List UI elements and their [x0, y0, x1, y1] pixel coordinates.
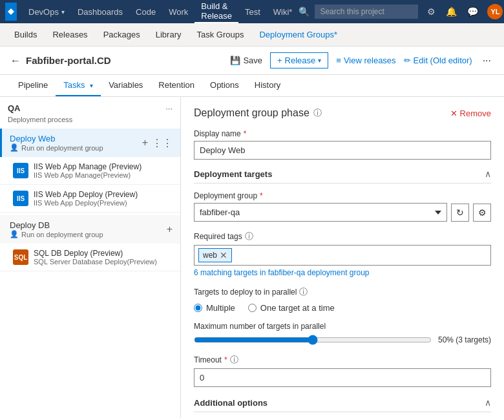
- timeout-label: Timeout * ⓘ: [194, 354, 491, 366]
- required-marker: *: [244, 129, 247, 138]
- section-title: Deployment targets: [194, 169, 272, 179]
- task-groups-subnav[interactable]: Task Groups: [190, 23, 250, 47]
- slider-wrapper: 50% (3 targets): [194, 335, 491, 345]
- multiple-radio[interactable]: [194, 304, 202, 312]
- user-avatar[interactable]: YL: [487, 4, 503, 19]
- deploy-db-group: Deploy DB 👤 Run on deployment group + SQ…: [0, 215, 180, 271]
- dashboards-nav-item[interactable]: Dashboards: [71, 0, 129, 23]
- deploy-db-subtitle: 👤 Run on deployment group: [10, 230, 103, 238]
- task-name: SQL DB Deploy (Preview): [34, 249, 157, 258]
- display-name-field: Display name *: [194, 129, 491, 160]
- timeout-input[interactable]: [194, 368, 491, 387]
- remove-tag-button[interactable]: ✕: [220, 250, 227, 260]
- nav-search-area: 🔍 ⚙ 🔔 💬 YL: [299, 4, 503, 19]
- pipeline-title: ← Fabfiber-portal.CD: [10, 55, 111, 67]
- release-button[interactable]: + Release ▾: [270, 52, 328, 68]
- required-marker: *: [224, 355, 227, 364]
- tags-input[interactable]: web ✕: [194, 245, 491, 266]
- parallel-radio-group: Multiple One target at a time: [194, 303, 491, 313]
- task-icon-iis-manage: IIS: [13, 163, 28, 178]
- view-releases-button[interactable]: ≡ View releases: [336, 56, 395, 65]
- deploy-web-header[interactable]: Deploy Web 👤 Run on deployment group + ⋮…: [0, 129, 180, 157]
- add-task-button[interactable]: +: [142, 137, 148, 149]
- settings-button[interactable]: ⚙: [473, 204, 491, 222]
- deployment-group-select[interactable]: fabfiber-qa: [194, 203, 447, 222]
- collapse-icon[interactable]: ∧: [485, 169, 491, 179]
- header-bar: ← Fabfiber-portal.CD 💾 Save + Release ▾ …: [0, 47, 504, 75]
- deployment-group-wrapper: fabfiber-qa ↻ ⚙: [194, 203, 491, 222]
- multiple-radio-option[interactable]: Multiple: [194, 303, 235, 313]
- settings-icon[interactable]: ⚙: [423, 4, 439, 19]
- test-nav-item[interactable]: Test: [238, 0, 267, 23]
- person-icon: 👤: [10, 143, 19, 152]
- additional-options-header: Additional options ∧: [194, 397, 491, 412]
- parallel-slider[interactable]: [194, 335, 432, 345]
- timeout-info-icon[interactable]: ⓘ: [230, 354, 238, 366]
- tag-web: web ✕: [198, 248, 232, 262]
- deploy-web-group: Deploy Web 👤 Run on deployment group + ⋮…: [0, 129, 180, 213]
- code-nav-item[interactable]: Code: [129, 0, 162, 23]
- save-button[interactable]: 💾 Save: [230, 56, 262, 65]
- deploy-db-title: Deploy DB: [10, 220, 103, 230]
- additional-options-section: Additional options ∧ Skip download of ar…: [194, 397, 491, 418]
- additional-options-title: Additional options: [194, 398, 268, 408]
- tab-variables[interactable]: Variables: [101, 75, 151, 96]
- search-input[interactable]: [315, 5, 418, 19]
- deploy-web-actions: + ⋮⋮: [142, 137, 173, 149]
- page-title: Fabfiber-portal.CD: [26, 55, 111, 66]
- deployment-targets-section: Deployment targets ∧ Deployment group * …: [194, 169, 491, 387]
- tab-history[interactable]: History: [247, 75, 288, 96]
- top-navigation: DevOps ▾ Dashboards Code Work Build & Re…: [0, 0, 504, 23]
- display-name-input[interactable]: [194, 141, 491, 160]
- list-item[interactable]: SQL SQL DB Deploy (Preview) SQL Server D…: [0, 244, 180, 271]
- add-db-task-button[interactable]: +: [167, 224, 173, 235]
- more-options-button[interactable]: ···: [480, 55, 494, 67]
- task-icon-sql: SQL: [13, 249, 28, 265]
- matching-targets-text: 6 matching targets in fabfiber-qa deploy…: [194, 268, 491, 277]
- list-item[interactable]: IIS IIS Web App Manage (Preview) IIS Web…: [0, 157, 180, 185]
- edit-icon: ✏: [404, 56, 411, 65]
- list-item[interactable]: IIS IIS Web App Deploy (Preview) IIS Web…: [0, 185, 180, 213]
- tab-retention[interactable]: Retention: [151, 75, 202, 96]
- deployment-group-label: Deployment group *: [194, 191, 491, 200]
- task-desc: SQL Server Database Deploy(Preview): [34, 258, 157, 266]
- releases-subnav[interactable]: Releases: [46, 23, 94, 47]
- deployment-group-field: Deployment group * fabfiber-qa ↻ ⚙: [194, 191, 491, 222]
- library-subnav[interactable]: Library: [149, 23, 188, 47]
- tab-tasks[interactable]: Tasks ▾: [56, 75, 101, 96]
- stage-options-button[interactable]: ···: [165, 103, 173, 113]
- deployment-groups-subnav[interactable]: Deployment Groups*: [253, 23, 344, 47]
- deploy-db-actions: +: [167, 224, 173, 235]
- task-name: IIS Web App Deploy (Preview): [34, 190, 138, 199]
- deployment-group-link[interactable]: fabfiber-qa deployment group: [268, 268, 370, 277]
- drag-handle[interactable]: ⋮⋮: [152, 137, 173, 149]
- remove-button[interactable]: ✕ Remove: [450, 109, 491, 118]
- one-target-radio-option[interactable]: One target at a time: [248, 303, 335, 313]
- build-release-nav-item[interactable]: Build & Release: [194, 0, 238, 23]
- devops-nav-item[interactable]: DevOps ▾: [22, 0, 71, 23]
- packages-subnav[interactable]: Packages: [97, 23, 147, 47]
- additional-collapse-icon[interactable]: ∧: [485, 397, 491, 408]
- tags-info-icon[interactable]: ⓘ: [245, 231, 253, 242]
- parallel-info-icon[interactable]: ⓘ: [299, 286, 308, 298]
- list-icon: ≡: [336, 56, 341, 65]
- chat-icon[interactable]: 💬: [463, 4, 482, 19]
- one-target-radio[interactable]: [248, 304, 257, 312]
- info-icon[interactable]: ⓘ: [313, 107, 322, 119]
- wiki-nav-item[interactable]: Wiki*: [267, 0, 299, 23]
- refresh-button[interactable]: ↻: [451, 204, 469, 222]
- builds-subnav[interactable]: Builds: [8, 23, 43, 47]
- tab-options[interactable]: Options: [202, 75, 247, 96]
- task-desc: IIS Web App Deploy(Preview): [34, 199, 138, 207]
- tab-pipeline[interactable]: Pipeline: [10, 75, 56, 96]
- deployment-targets-header: Deployment targets ∧: [194, 169, 491, 184]
- edit-old-editor-button[interactable]: ✏ Edit (Old editor): [404, 56, 472, 65]
- targets-parallel-field: Targets to deploy to in parallel ⓘ Multi…: [194, 286, 491, 313]
- header-actions: 💾 Save + Release ▾ ≡ View releases ✏ Edi…: [230, 52, 494, 68]
- nav-icon-group: ⚙ 🔔 💬: [423, 4, 482, 19]
- deploy-db-header[interactable]: Deploy DB 👤 Run on deployment group +: [0, 215, 180, 244]
- work-nav-item[interactable]: Work: [162, 0, 194, 23]
- panel-title: Deployment group phase ⓘ: [194, 107, 322, 119]
- save-icon: 💾: [230, 56, 240, 65]
- notifications-icon[interactable]: 🔔: [442, 4, 461, 19]
